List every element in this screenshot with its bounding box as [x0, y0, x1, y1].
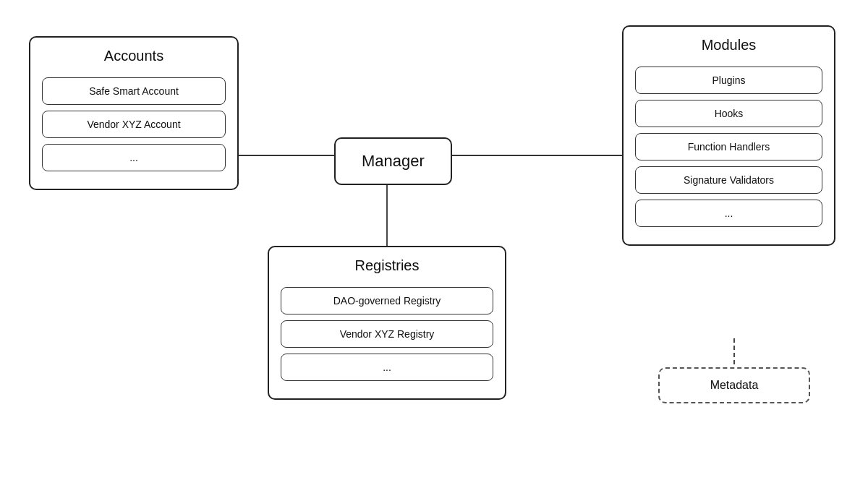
- metadata-box: Metadata: [658, 367, 810, 403]
- diagram-container: Accounts Safe Smart Account Vendor XYZ A…: [0, 0, 868, 488]
- metadata-label: Metadata: [710, 379, 759, 391]
- modules-item-0: Plugins: [635, 67, 822, 94]
- modules-title: Modules: [624, 27, 834, 61]
- accounts-group: Accounts Safe Smart Account Vendor XYZ A…: [29, 36, 239, 190]
- manager-box: Manager: [334, 137, 452, 185]
- registries-item-2: ...: [281, 354, 493, 381]
- modules-item-3: Signature Validators: [635, 166, 822, 194]
- registries-item-0: DAO-governed Registry: [281, 287, 493, 314]
- modules-item-1: Hooks: [635, 100, 822, 127]
- modules-group: Modules Plugins Hooks Function Handlers …: [622, 25, 835, 246]
- modules-item-2: Function Handlers: [635, 133, 822, 160]
- modules-item-4: ...: [635, 200, 822, 227]
- accounts-item-1: Vendor XYZ Account: [42, 111, 226, 138]
- accounts-item-2: ...: [42, 144, 226, 171]
- registries-title: Registries: [269, 247, 505, 281]
- manager-label: Manager: [362, 152, 425, 170]
- registries-group: Registries DAO-governed Registry Vendor …: [268, 246, 506, 400]
- registries-item-1: Vendor XYZ Registry: [281, 320, 493, 348]
- accounts-title: Accounts: [30, 38, 237, 72]
- accounts-item-0: Safe Smart Account: [42, 77, 226, 105]
